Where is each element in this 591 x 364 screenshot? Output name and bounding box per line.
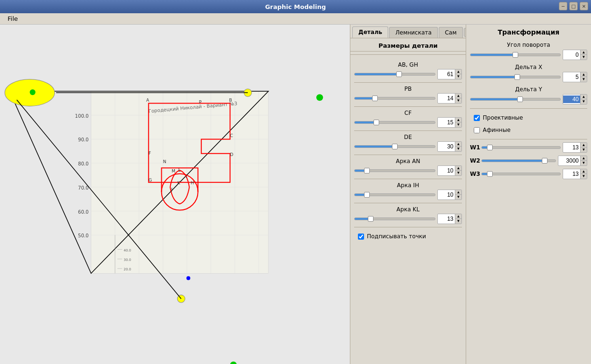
checkbox-subscribe[interactable] [358, 234, 364, 240]
spinbox-angle-up[interactable]: ▲ [580, 50, 587, 55]
param-label-pb: PB [354, 86, 462, 92]
spinbox-w1-up[interactable]: ▲ [580, 143, 587, 147]
spinbox-w2-down[interactable]: ▼ [580, 161, 587, 165]
svg-text:70.0: 70.0 [78, 185, 89, 191]
spinbox-w1-value[interactable] [563, 144, 580, 151]
divider-1 [354, 82, 462, 83]
spinbox-ab-gh-down[interactable]: ▼ [455, 74, 461, 79]
params-scroll-area[interactable]: AB, GH ▲ ▼ [350, 58, 466, 244]
spinbox-w3-value[interactable] [563, 170, 580, 178]
spinbox-cf-value[interactable] [438, 119, 455, 126]
param-label-ab-gh: AB, GH [354, 61, 462, 68]
spinbox-delta-x-up[interactable]: ▲ [580, 72, 587, 77]
svg-text:G: G [148, 178, 152, 182]
slider-cf[interactable] [354, 121, 435, 124]
canvas-svg: 100.0 90.0 80.0 70.0 60.0 50.0 Городецки… [0, 25, 350, 364]
svg-text:60.0: 60.0 [78, 209, 89, 215]
svg-point-42 [230, 362, 237, 364]
slider-ab-gh[interactable] [354, 73, 435, 76]
spinbox-pb-down[interactable]: ▼ [455, 98, 461, 103]
spinbox-arka-kl-down[interactable]: ▼ [455, 219, 461, 224]
slider-arka-ih[interactable] [354, 193, 435, 196]
slider-w3[interactable] [481, 173, 561, 175]
svg-point-38 [30, 89, 35, 95]
param-row-arka-ih: Арка IH ▲ ▼ [354, 182, 462, 200]
param-control-de: ▲ ▼ [354, 141, 462, 152]
spinbox-arka-ih-value[interactable] [438, 191, 455, 199]
spinbox-ab-gh-value[interactable] [438, 70, 455, 78]
section-title: Размеры детали [350, 38, 466, 52]
checkbox-row-affine: Афинные [470, 124, 587, 136]
spinbox-w2-up[interactable]: ▲ [580, 156, 587, 161]
transform-title: Трансформация [470, 28, 587, 36]
spinbox-delta-y-down[interactable]: ▼ [580, 99, 587, 104]
spinbox-arka-kl-value[interactable] [438, 215, 455, 223]
spinbox-de-value[interactable] [438, 143, 455, 150]
slider-delta-y[interactable] [470, 98, 561, 101]
spinbox-w3-down[interactable]: ▼ [580, 174, 587, 179]
param-control-arka-an: ▲ ▼ [354, 165, 462, 176]
checkbox-affine[interactable] [474, 127, 480, 133]
spinbox-arka-an-up[interactable]: ▲ [455, 166, 461, 171]
slider-de[interactable] [354, 145, 435, 148]
svg-point-37 [5, 79, 54, 106]
checkbox-projective[interactable] [474, 115, 480, 121]
slider-delta-x[interactable] [470, 76, 561, 78]
svg-point-43 [186, 276, 190, 280]
maximize-button[interactable]: □ [569, 2, 578, 10]
checkbox-affine-label: Афинные [483, 127, 511, 133]
slider-w1[interactable] [481, 146, 561, 149]
param-label-arka-ih: Арка IH [354, 182, 462, 189]
spinbox-de-up[interactable]: ▲ [455, 142, 461, 147]
spinbox-arka-an-down[interactable]: ▼ [455, 171, 461, 175]
spinbox-angle-down[interactable]: ▼ [580, 55, 587, 60]
svg-text:20.0: 20.0 [124, 267, 131, 271]
param-control-arka-kl: ▲ ▼ [354, 214, 462, 224]
tab-detail[interactable]: Деталь [352, 26, 388, 38]
transform-row-delta-x: Дельта X ▲ ▼ [470, 64, 587, 82]
spinbox-de-down[interactable]: ▼ [455, 147, 461, 151]
spinbox-w3-up[interactable]: ▲ [580, 169, 587, 174]
spinbox-cf-down[interactable]: ▼ [455, 122, 461, 127]
tab-cam[interactable]: Сам [439, 27, 463, 38]
slider-pb[interactable] [354, 97, 435, 100]
spinbox-delta-y-up[interactable]: ▲ [580, 95, 587, 99]
close-button[interactable]: ✕ [580, 2, 588, 10]
spinbox-arka-ih: ▲ ▼ [437, 190, 462, 200]
canvas-area[interactable]: 100.0 90.0 80.0 70.0 60.0 50.0 Городецки… [0, 25, 350, 364]
transform-panel: Трансформация Угол поворота ▲ ▼ [466, 25, 591, 364]
svg-text:A: A [146, 98, 149, 103]
spinbox-arka-kl: ▲ ▼ [437, 214, 462, 224]
title-bar: Graphic Modeling ─ □ ✕ [0, 0, 591, 13]
spinbox-arka-ih-up[interactable]: ▲ [455, 190, 461, 195]
spinbox-pb: ▲ ▼ [437, 93, 462, 104]
svg-text:B: B [229, 98, 232, 103]
spinbox-w2-value[interactable] [558, 157, 580, 165]
slider-angle[interactable] [470, 53, 561, 56]
window-title: Graphic Modeling [265, 3, 326, 10]
spinbox-arka-an-value[interactable] [438, 167, 455, 174]
spinbox-arka-kl-up[interactable]: ▲ [455, 214, 461, 219]
spinbox-pb-up[interactable]: ▲ [455, 94, 461, 98]
w-row-3: W3 ▲ ▼ [470, 169, 587, 179]
spinbox-delta-y-value[interactable] [563, 95, 580, 103]
spinbox-cf: ▲ ▼ [437, 117, 462, 128]
param-label-de: DE [354, 134, 462, 140]
param-control-cf: ▲ ▼ [354, 117, 462, 128]
tab-lemniscata[interactable]: Лемниската [389, 27, 438, 38]
param-row-pb: PB ▲ ▼ [354, 86, 462, 104]
slider-w2[interactable] [481, 159, 556, 162]
slider-arka-kl[interactable] [354, 217, 435, 220]
spinbox-pb-value[interactable] [438, 95, 455, 102]
spinbox-angle-value[interactable] [563, 51, 580, 59]
file-menu[interactable]: File [4, 14, 22, 23]
checkbox-subscribe-label: Подписывать точки [367, 233, 426, 240]
spinbox-delta-x-down[interactable]: ▼ [580, 77, 587, 82]
spinbox-arka-ih-down[interactable]: ▼ [455, 195, 461, 199]
spinbox-w1-down[interactable]: ▼ [580, 147, 587, 152]
minimize-button[interactable]: ─ [559, 2, 567, 10]
spinbox-delta-x-value[interactable] [563, 73, 580, 81]
spinbox-cf-up[interactable]: ▲ [455, 118, 461, 122]
spinbox-ab-gh-up[interactable]: ▲ [455, 69, 461, 74]
slider-arka-an[interactable] [354, 169, 435, 172]
